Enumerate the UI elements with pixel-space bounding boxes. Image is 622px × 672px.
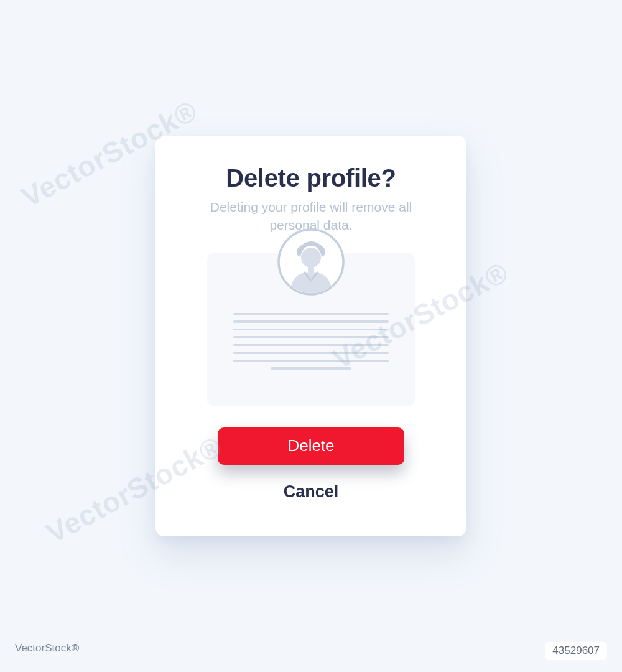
avatar-placeholder-icon xyxy=(277,228,345,296)
image-footer: VectorStock® 43529607 xyxy=(0,642,622,660)
placeholder-line xyxy=(233,336,389,338)
placeholder-line xyxy=(233,313,389,315)
placeholder-line xyxy=(233,320,389,323)
svg-rect-3 xyxy=(308,266,314,272)
placeholder-line xyxy=(233,329,389,331)
footer-brand: VectorStock® xyxy=(15,642,79,660)
modal-title: Delete profile? xyxy=(226,164,396,192)
placeholder-line xyxy=(233,344,389,347)
footer-id: 43529607 xyxy=(545,642,607,660)
profile-preview-card xyxy=(207,253,415,406)
delete-button[interactable]: Delete xyxy=(218,427,404,465)
placeholder-line xyxy=(233,352,389,354)
delete-profile-modal: Delete profile? Deleting your profile wi… xyxy=(156,136,466,536)
placeholder-line xyxy=(233,360,389,362)
svg-point-2 xyxy=(301,248,321,268)
placeholder-line xyxy=(271,367,351,370)
cancel-button[interactable]: Cancel xyxy=(284,482,339,502)
